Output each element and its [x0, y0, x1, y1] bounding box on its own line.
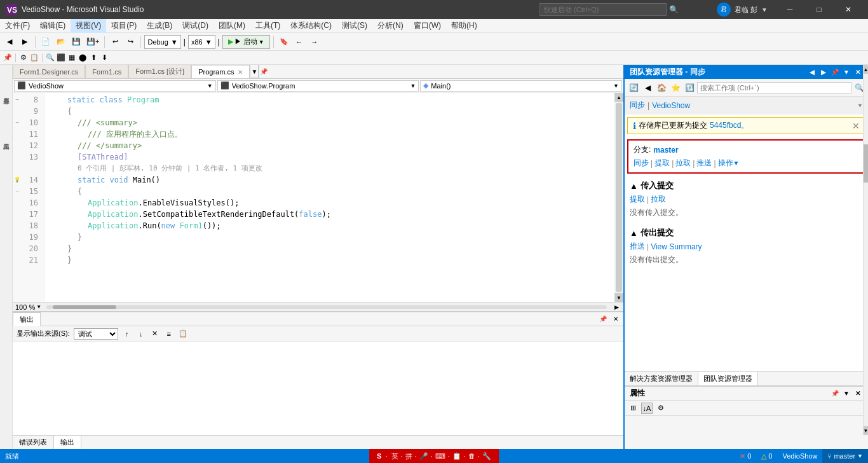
toolbar-navfwd[interactable]: → [308, 35, 322, 49]
output-btn2[interactable]: ↓ [136, 329, 146, 339]
tab-pin-btn[interactable]: 📌 [259, 65, 268, 78]
action-pull[interactable]: 拉取 [675, 158, 691, 169]
namespace-dropdown[interactable]: ⬛ VedioShow.Program ▼ [217, 80, 419, 92]
menu-window[interactable]: 窗口(W) [409, 19, 446, 33]
toolbar-forward[interactable]: ▶ [18, 35, 32, 49]
prop-pin-btn[interactable]: 📌 [830, 389, 840, 399]
platform-dropdown[interactable]: x86 ▼ [188, 35, 215, 49]
h-scroll-thumb[interactable] [53, 305, 116, 309]
toolbar-pin[interactable]: 📌 [3, 53, 13, 63]
status-lang[interactable]: 英 [391, 452, 398, 461]
debug-config-dropdown[interactable]: Debug ▼ [144, 35, 180, 49]
sidebar-server-explorer[interactable]: 服务器 [0, 67, 13, 118]
toolbar-s8[interactable]: ⬆ [88, 53, 98, 63]
scroll-right-arrow[interactable]: ▶ [612, 303, 621, 312]
menu-arch[interactable]: 体系结构(C) [285, 19, 337, 33]
scroll-thumb[interactable] [616, 103, 622, 292]
menu-view[interactable]: 视图(V) [71, 19, 106, 33]
incoming-fetch[interactable]: 提取 [630, 194, 645, 205]
user-dropdown-icon[interactable]: ▼ [761, 6, 768, 13]
tab-program[interactable]: Program.cs ✕ [191, 65, 250, 79]
action-operations-arrow[interactable]: ▼ [733, 160, 740, 167]
toolbar-back[interactable]: ◀ [3, 35, 17, 49]
action-operations[interactable]: 操作 [718, 158, 733, 169]
menu-tools[interactable]: 工具(T) [250, 19, 285, 33]
status-clipboard-icon[interactable]: 📋 [452, 452, 461, 460]
toolbar-s7[interactable]: ⬤ [78, 53, 88, 63]
toolbar-s6[interactable]: ▦ [67, 53, 77, 63]
sync-back-btn[interactable]: ◀ [641, 81, 654, 94]
status-delete-icon[interactable]: 🗑 [468, 452, 475, 460]
status-project[interactable]: VedioShow [777, 449, 822, 463]
tab-form[interactable]: Form1.cs [85, 65, 128, 78]
toolbar-s4[interactable]: 🔍 [45, 53, 55, 63]
scroll-up-btn[interactable]: ▲ [614, 93, 623, 102]
output-source-select[interactable]: 调试 生成 程序输出 [74, 328, 118, 340]
menu-test[interactable]: 测试(S) [337, 19, 372, 33]
team-explorer-tab[interactable]: 团队资源管理器 [698, 371, 758, 385]
far-scroll-down[interactable]: ▼ [864, 426, 868, 435]
scroll-down-btn[interactable]: ▼ [614, 293, 623, 302]
output-tab[interactable]: 输出 [13, 312, 41, 326]
prop-close-btn[interactable]: ✕ [853, 389, 863, 399]
start-button[interactable]: ▶ ▶ 启动 ▼ [222, 35, 270, 49]
menu-file[interactable]: 文件(F) [0, 19, 35, 33]
action-sync[interactable]: 同步 [634, 158, 649, 169]
panel-dropdown-btn[interactable]: ▼ [841, 67, 851, 77]
far-scroll-thumb[interactable] [864, 144, 868, 183]
output-bottom-tab[interactable]: 输出 [53, 435, 81, 449]
sidebar-toolbox[interactable]: 工具箱 [0, 120, 13, 158]
toolbar-save[interactable]: 💾 [69, 35, 83, 49]
far-right-scrollbar[interactable]: ▲ ▼ [863, 65, 868, 435]
menu-debug[interactable]: 调试(D) [177, 19, 214, 33]
sync-forward-btn[interactable]: 🔃 [683, 81, 696, 94]
breadcrumb-project[interactable]: VedioShow [652, 101, 690, 110]
sync-home-btn[interactable]: 🏠 [655, 81, 668, 94]
minimize-button[interactable]: ─ [775, 0, 804, 19]
code-vertical-scrollbar[interactable]: ▲ ▼ [614, 93, 623, 302]
output-btn1[interactable]: ↑ [122, 329, 132, 339]
toolbar-undo[interactable]: ↩ [108, 35, 122, 49]
status-errors[interactable]: ✕ 0 [735, 449, 756, 463]
error-list-tab[interactable]: 错误列表 [13, 435, 53, 449]
toolbar-redo[interactable]: ↪ [123, 35, 137, 49]
incoming-pull[interactable]: 拉取 [651, 194, 666, 205]
panel-pin-btn[interactable]: 📌 [830, 67, 840, 77]
menu-edit[interactable]: 编辑(E) [35, 19, 71, 33]
close-button[interactable]: ✕ [834, 0, 863, 19]
status-pin2[interactable]: 拼 [405, 452, 412, 461]
toolbar-s3[interactable]: 📋 [29, 53, 39, 63]
method-dropdown[interactable]: ◆ Main() ▼ [420, 80, 622, 92]
notification-commit[interactable]: 5445fbcd。 [710, 120, 749, 131]
tab-form-designer[interactable]: Form1.Designer.cs [13, 65, 85, 78]
toolbar-s2[interactable]: ⚙ [18, 53, 29, 63]
prop-sort-btn[interactable]: ⊞ [627, 403, 639, 414]
toolbar-save-all[interactable]: 💾+ [85, 35, 101, 49]
status-wrench-icon[interactable]: 🔧 [482, 452, 491, 460]
output-close-btn[interactable]: ✕ [611, 314, 621, 324]
menu-analyze[interactable]: 分析(N) [372, 19, 409, 33]
toolbar-bookmark[interactable]: 🔖 [277, 35, 291, 49]
toolbar-s9[interactable]: ⬇ [99, 53, 109, 63]
menu-help[interactable]: 帮助(H) [446, 19, 482, 33]
panel-tab-unused[interactable] [41, 312, 53, 326]
toolbar-navback[interactable]: ← [292, 35, 306, 49]
output-pin-btn[interactable]: 📌 [598, 314, 608, 324]
sync-refresh-btn[interactable]: 🔄 [627, 81, 640, 94]
status-ready[interactable]: 就绪 [0, 452, 24, 461]
tab-program-close[interactable]: ✕ [238, 69, 243, 76]
maximize-button[interactable]: □ [804, 0, 834, 19]
output-btn3[interactable]: ✕ [150, 329, 160, 339]
action-push[interactable]: 推送 [696, 158, 712, 169]
zoom-level[interactable]: 100 % [15, 303, 35, 311]
menu-build[interactable]: 生成(B) [142, 19, 177, 33]
prop-gear-btn[interactable]: ⚙ [655, 403, 667, 414]
far-scroll-up[interactable]: ▲ [864, 65, 868, 74]
solution-explorer-tab[interactable]: 解决方案资源管理器 [625, 371, 698, 385]
output-btn4[interactable]: ≡ [164, 329, 174, 339]
status-kb-icon[interactable]: ⌨ [435, 452, 445, 460]
tab-form-design[interactable]: Form1.cs [设计] [128, 65, 191, 78]
breadcrumb-sync[interactable]: 同步 [630, 100, 645, 111]
tab-overflow-btn[interactable]: ▼ [250, 65, 259, 78]
menu-team[interactable]: 团队(M) [214, 19, 250, 33]
